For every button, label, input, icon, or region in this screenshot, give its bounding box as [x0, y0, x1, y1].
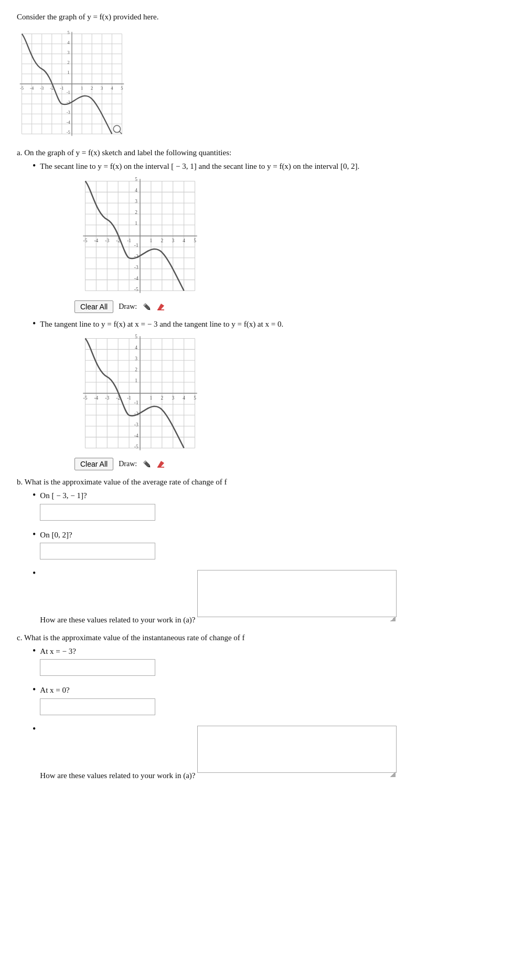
- svg-text:3: 3: [101, 85, 103, 91]
- bullet-dot-2: •: [33, 319, 36, 328]
- graph-2: -5-4 -3-2 -1 12 345 54 32 1 -1-2 -3-4-5: [74, 333, 206, 454]
- resize-corner-b3: [390, 616, 396, 621]
- svg-text:-5: -5: [134, 444, 138, 449]
- section-c-bullet-2-text: At x = 0?: [40, 686, 69, 694]
- svg-text:-4: -4: [94, 395, 98, 401]
- section-b-bullets: • On [ − 3, − 1]? • On [0, 2]? • How are…: [33, 490, 506, 626]
- svg-text:-3: -3: [134, 422, 138, 427]
- draw-icons-2: [141, 458, 166, 470]
- clear-all-button-1[interactable]: Clear All: [74, 300, 113, 313]
- svg-text:2: 2: [135, 210, 137, 215]
- section-b-bullet-2-text: On [0, 2]?: [40, 531, 72, 539]
- svg-text:5: 5: [135, 334, 137, 339]
- svg-text:4: 4: [111, 85, 113, 91]
- graph-1: -5-4 -3-2 -1 12 345 54 32 1 -1-2 -3-4-5: [74, 176, 206, 296]
- section-a-label: a. On the graph of y = f(x) sketch and l…: [17, 148, 506, 157]
- main-graph-container: -5 -4 -3 -2 -1 1 2 3 4 5 5 4 3 2 1 -1 -2…: [17, 29, 506, 139]
- section-b-bullet-3: • How are these values related to your w…: [33, 568, 506, 626]
- pencil-icon-2[interactable]: [141, 458, 153, 470]
- svg-text:1: 1: [150, 395, 153, 401]
- svg-text:-5: -5: [134, 286, 138, 292]
- svg-text:-4: -4: [67, 120, 71, 125]
- svg-text:-5: -5: [20, 85, 24, 91]
- bullet-1-item: • The secant line to y = f(x) on the int…: [33, 160, 506, 173]
- svg-text:-4: -4: [30, 85, 34, 91]
- svg-text:2: 2: [161, 238, 163, 243]
- bullet-dot-b1: •: [33, 490, 36, 500]
- pencil-icon-1[interactable]: [141, 301, 153, 313]
- clear-all-button-2[interactable]: Clear All: [74, 458, 113, 470]
- answer-input-b2[interactable]: [40, 543, 155, 559]
- draw-label-2: Draw:: [119, 460, 137, 468]
- svg-text:1: 1: [150, 238, 153, 243]
- svg-text:5: 5: [67, 30, 69, 35]
- section-c-bullet-1: • At x = − 3?: [33, 645, 506, 682]
- svg-text:5: 5: [194, 395, 196, 401]
- svg-text:2: 2: [67, 60, 69, 65]
- svg-text:4: 4: [183, 395, 185, 401]
- svg-point-44: [113, 125, 120, 132]
- svg-text:3: 3: [135, 199, 137, 204]
- svg-text:1: 1: [135, 221, 137, 226]
- bullet-1-section: • The secant line to y = f(x) on the int…: [33, 160, 506, 313]
- answer-input-c1[interactable]: [40, 659, 155, 676]
- answer-textarea-b3[interactable]: [197, 570, 397, 617]
- section-c-bullet-3: • How are these values related to your w…: [33, 724, 506, 782]
- section-b-bullet-1-text: On [ − 3, − 1]?: [40, 491, 87, 500]
- bullet-dot-c2: •: [33, 685, 36, 694]
- section-c-bullet-3-text: How are these values related to your wor…: [40, 771, 195, 780]
- svg-text:1: 1: [135, 378, 137, 383]
- section-b-bullet-3-text: How are these values related to your wor…: [40, 616, 195, 624]
- svg-text:-3: -3: [105, 238, 109, 243]
- svg-text:5: 5: [135, 177, 137, 182]
- answer-textarea-c3[interactable]: [197, 726, 397, 773]
- svg-text:-3: -3: [67, 110, 70, 115]
- svg-line-45: [120, 132, 122, 134]
- bullet-2-item: • The tangent line to y = f(x) at x = − …: [33, 318, 506, 330]
- svg-text:-5: -5: [83, 238, 88, 243]
- section-b-label: b. What is the approximate value of the …: [17, 478, 506, 487]
- answer-input-c2[interactable]: [40, 698, 155, 715]
- svg-text:5: 5: [194, 238, 196, 243]
- svg-text:2: 2: [161, 395, 163, 401]
- answer-input-b1[interactable]: [40, 504, 155, 521]
- section-c-bullet-1-text: At x = − 3?: [40, 647, 76, 655]
- svg-text:-1: -1: [127, 395, 131, 401]
- draw-label-1: Draw:: [119, 303, 137, 311]
- svg-text:-3: -3: [134, 264, 138, 270]
- resize-corner-c3: [390, 772, 396, 777]
- svg-text:4: 4: [135, 188, 137, 193]
- section-c-label: c. What is the approximate value of the …: [17, 633, 506, 642]
- svg-text:2: 2: [135, 367, 137, 372]
- svg-text:3: 3: [67, 50, 69, 55]
- graph-1-container: -5-4 -3-2 -1 12 345 54 32 1 -1-2 -3-4-5 …: [74, 176, 506, 313]
- bullet-2-section: • The tangent line to y = f(x) at x = − …: [33, 318, 506, 471]
- section-b: b. What is the approximate value of the …: [17, 478, 506, 626]
- section-c-bullet-2: • At x = 0?: [33, 684, 506, 720]
- svg-text:-5: -5: [67, 130, 70, 135]
- section-b-bullet-2: • On [0, 2]?: [33, 529, 506, 565]
- draw-icons-1: [141, 301, 166, 313]
- eraser-icon-2[interactable]: [155, 458, 166, 470]
- section-c-bullets: • At x = − 3? • At x = 0? • How are thes…: [33, 645, 506, 782]
- svg-text:-1: -1: [134, 400, 138, 405]
- bullet-dot-c3: •: [33, 724, 36, 734]
- svg-text:-4: -4: [134, 275, 138, 281]
- svg-text:3: 3: [172, 395, 174, 401]
- svg-text:4: 4: [183, 238, 185, 243]
- svg-text:4: 4: [67, 40, 70, 45]
- textarea-wrap-c3: [197, 724, 397, 778]
- svg-text:-1: -1: [127, 238, 131, 243]
- svg-text:2: 2: [91, 85, 93, 91]
- svg-text:-4: -4: [94, 238, 98, 243]
- bullet-dot-1: •: [33, 161, 36, 170]
- svg-text:1: 1: [81, 85, 83, 91]
- eraser-icon-1[interactable]: [155, 301, 166, 313]
- svg-text:-4: -4: [134, 433, 138, 438]
- section-c: c. What is the approximate value of the …: [17, 633, 506, 782]
- bullet-1-text: The secant line to y = f(x) on the inter…: [40, 160, 506, 173]
- controls-row-1: Clear All Draw:: [74, 300, 506, 313]
- svg-text:-5: -5: [83, 395, 88, 401]
- controls-row-2: Clear All Draw:: [74, 458, 506, 470]
- svg-text:-1: -1: [60, 85, 63, 91]
